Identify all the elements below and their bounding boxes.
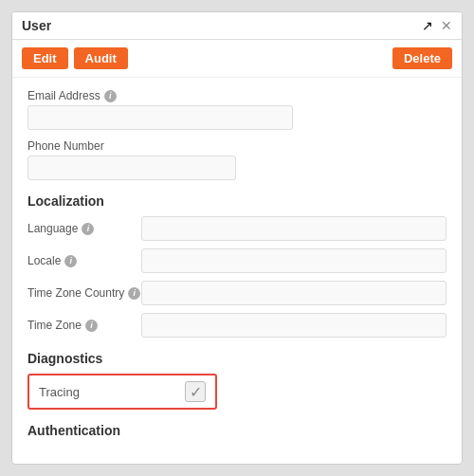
email-address-field: Email Address i — [27, 89, 447, 130]
authentication-header: Authentication — [27, 423, 447, 438]
localization-header: Localization — [27, 193, 447, 209]
title-icons: ↗ ✕ — [422, 18, 452, 33]
phone-number-input[interactable] — [27, 156, 236, 180]
modal-body: Email Address i Phone Number Localizatio… — [12, 78, 462, 464]
tracing-label: Tracing — [39, 385, 185, 399]
timezone-field: Time Zone i — [27, 313, 447, 338]
language-input[interactable] — [141, 216, 447, 241]
checkmark-icon: ✓ — [190, 383, 202, 401]
diagnostics-header: Diagnostics — [27, 351, 447, 366]
phone-number-field: Phone Number — [27, 139, 447, 180]
email-info-icon: i — [104, 90, 117, 102]
timezone-label: Time Zone i — [27, 319, 141, 332]
locale-field: Locale i — [27, 248, 447, 273]
timezone-input[interactable] — [141, 313, 447, 338]
phone-number-label: Phone Number — [27, 139, 447, 153]
close-icon[interactable]: ✕ — [441, 18, 452, 33]
email-address-input[interactable] — [27, 105, 293, 130]
audit-button[interactable]: Audit — [74, 47, 128, 69]
email-address-label: Email Address i — [27, 89, 447, 102]
language-label: Language i — [27, 222, 141, 235]
modal-title-bar: User ↗ ✕ — [12, 12, 462, 40]
edit-button[interactable]: Edit — [22, 47, 68, 69]
language-field: Language i — [27, 216, 447, 241]
delete-button[interactable]: Delete — [392, 47, 452, 69]
tracing-checkbox[interactable]: ✓ — [185, 381, 206, 402]
language-info-icon: i — [82, 223, 94, 235]
timezone-country-label: Time Zone Country i — [27, 286, 141, 300]
locale-label: Locale i — [27, 254, 141, 267]
toolbar-left: Edit Audit — [22, 47, 128, 69]
expand-icon[interactable]: ↗ — [422, 18, 433, 33]
timezone-country-info-icon: i — [128, 287, 140, 300]
locale-info-icon: i — [64, 255, 77, 267]
user-modal: User ↗ ✕ Edit Audit Delete Email Address… — [11, 11, 463, 465]
timezone-country-input[interactable] — [141, 281, 447, 305]
timezone-country-field: Time Zone Country i — [27, 281, 447, 305]
timezone-info-icon: i — [85, 320, 98, 332]
modal-title: User — [22, 18, 51, 33]
tracing-row: Tracing ✓ — [27, 374, 217, 410]
toolbar: Edit Audit Delete — [12, 40, 462, 78]
locale-input[interactable] — [141, 248, 447, 273]
